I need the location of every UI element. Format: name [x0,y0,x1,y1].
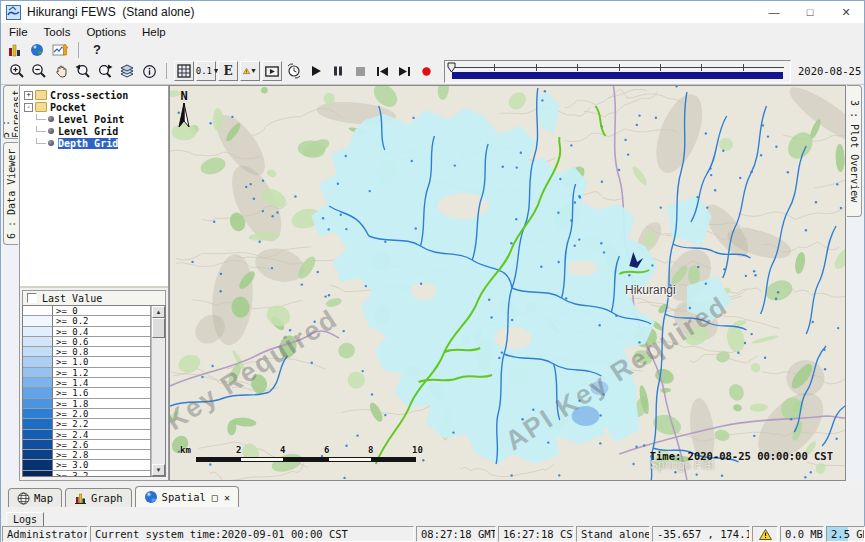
tree-item-cross-section[interactable]: +Cross-section [23,89,168,101]
legend-swatch [23,388,53,398]
tab-spatial[interactable]: Spatial □ ✕ [135,486,239,507]
globe-icon [30,43,44,57]
scalebar-segment [240,457,284,462]
contour-interval-dropdown[interactable]: 0.1 ▼ [196,61,216,81]
legend-row[interactable]: >= 2.0 [23,409,151,419]
scrollbar-thumb[interactable] [152,318,165,338]
layers-button[interactable] [117,61,137,81]
tree-item-pocket[interactable]: -Pocket [23,101,168,113]
legend-class-label: >= 2.0 [53,409,151,419]
tab-data-viewer[interactable]: 6 : Data Viewer [3,142,18,245]
status-warning-cell[interactable] [752,526,778,542]
record-button[interactable] [416,61,436,81]
time-slider-tick [660,64,661,71]
menu-file[interactable]: File [1,24,36,41]
go-to-end-button[interactable] [394,61,414,81]
close-button[interactable]: ✕ [828,1,864,23]
last-value-label: Last Value [42,293,102,304]
pause-button[interactable] [328,61,348,81]
movie-icon [265,65,279,78]
legend-row[interactable]: >= 3.2 [23,471,151,477]
menu-tools[interactable]: Tools [36,24,79,41]
legend-row[interactable]: >= 0.4 [23,327,151,337]
minimize-button[interactable]: — [756,1,792,23]
legend-row[interactable]: >= 0.2 [23,316,151,326]
legend-swatch [23,327,53,337]
legend-row[interactable]: >= 2.2 [23,419,151,429]
tab-forecast[interactable]: 5 : Forecast [3,85,18,139]
pan-button[interactable] [51,61,71,81]
info-button[interactable] [139,61,159,81]
legend-row[interactable]: >= 1.0 [23,357,151,367]
legend-class-label: >= 3.0 [53,460,151,470]
tab-plot-overview[interactable]: 3 : Plot Overview [847,85,862,217]
legend-class-label: >= 1.2 [53,368,151,378]
database-viewer-button[interactable] [4,40,24,60]
status-bar: Administrator Current system time:2020-0… [1,525,864,542]
leaf-bullet-icon [48,128,54,134]
tab-maximize-icon[interactable]: □ [212,492,218,503]
north-indicator: N [178,89,190,132]
legend-row[interactable]: >= 2.6 [23,440,151,450]
legend-row[interactable]: >= 3.0 [23,460,151,470]
zoom-next-button[interactable] [95,61,115,81]
legend-row[interactable]: >= 2.4 [23,430,151,440]
tab-graph-label: Graph [91,492,123,504]
grid-display-button[interactable] [174,61,194,81]
last-value-checkbox[interactable] [27,293,37,303]
legend-row[interactable]: >= 0.6 [23,337,151,347]
zoom-out-button[interactable] [29,61,49,81]
tree-item-level-point[interactable]: Level Point [23,113,168,125]
menu-help[interactable]: Help [134,24,174,41]
legend-row[interactable]: >= 1.4 [23,378,151,388]
help-button[interactable]: ? [87,40,107,60]
scroll-down-icon[interactable]: ▼ [152,464,165,476]
tab-close-icon[interactable]: ✕ [224,492,230,503]
main-area: 5 : Forecast 6 : Data Viewer +Cross-sect… [1,85,864,481]
legend-row[interactable]: >= 0.8 [23,347,151,357]
legend-header: Last Value [22,290,166,305]
timeseries-dialog-button[interactable] [50,40,70,60]
play-button[interactable] [306,61,326,81]
leaf-bullet-icon [48,116,54,122]
legend-scrollbar[interactable]: ▲ ▼ [151,306,165,476]
map-display-button[interactable] [27,40,47,60]
legend-row[interactable]: >= 1.6 [23,388,151,398]
scalebar-segment [328,457,372,462]
legend-row[interactable]: >= 1.8 [23,399,151,409]
tree-expander-icon[interactable]: + [24,91,33,100]
logs-button[interactable]: Logs [6,512,44,527]
scalebar-segment [372,457,416,462]
interval-value: 0.1 [196,66,212,76]
legend-swatch [23,399,53,409]
stop-button[interactable] [350,61,370,81]
status-local-time: 16:27:18 CST [498,526,574,542]
tab-map[interactable]: Map [8,488,62,507]
time-slider[interactable] [444,60,791,83]
animation-settings-button[interactable] [284,61,304,81]
map-canvas[interactable] [170,86,845,480]
zoom-previous-icon [75,63,91,79]
tree-expander-icon[interactable]: - [24,103,33,112]
legend-class-label: >= 0.6 [53,337,151,347]
tree-item-level-grid[interactable]: Level Grid [23,125,168,137]
zoom-in-button[interactable] [7,61,27,81]
scroll-up-icon[interactable]: ▲ [152,306,165,318]
tree-item-depth-grid[interactable]: Depth Grid [23,137,168,149]
animation-export-button[interactable] [262,61,282,81]
scalebar: km 246810 [180,446,440,466]
legend-button[interactable]: E [218,61,238,81]
menu-options[interactable]: Options [78,24,134,41]
north-label: N [178,89,190,103]
zoom-previous-button[interactable] [73,61,93,81]
map-viewport[interactable]: N API Key Required API Key Required Hiku… [169,85,846,481]
leaf-bullet-icon [48,140,54,146]
legend-row[interactable]: >= 1.2 [23,368,151,378]
go-to-start-button[interactable] [372,61,392,81]
legend-row[interactable]: >= 2.8 [23,450,151,460]
warnings-dropdown[interactable]: ▼ [240,61,260,81]
tree-view: +Cross-section-PocketLevel PointLevel Gr… [20,86,168,288]
maximize-button[interactable]: □ [792,1,828,23]
tab-graph[interactable]: Graph [65,488,132,507]
legend-row[interactable]: >= 0 [23,306,151,316]
